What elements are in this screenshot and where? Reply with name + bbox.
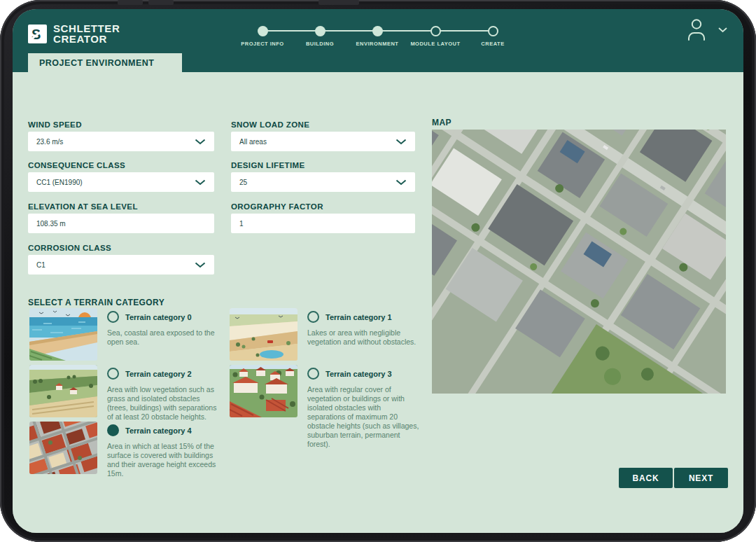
logo-line2: CREATOR [53, 34, 120, 44]
terrain-option-3: Terrain category 3 Area with regular cov… [230, 365, 430, 419]
terrain-1-open-plain-image [230, 308, 298, 361]
terrain-option-label: Terrain category 4 [125, 426, 192, 435]
radio-unselected-icon[interactable] [107, 311, 119, 323]
main-content: WIND SPEED 23.6 m/s CONSEQUENCE CLASS CC… [13, 72, 743, 533]
tablet-button [118, 0, 143, 5]
field-snow-load-zone: SNOW LOAD ZONE All areas [231, 120, 415, 151]
terrain-section-title: SELECT A TERRAIN CATEGORY [28, 298, 164, 307]
orography-factor-input[interactable]: 1 [231, 214, 415, 233]
radio-unselected-icon[interactable] [307, 368, 319, 380]
field-value: 1 [239, 220, 407, 228]
step-label: PROJECT INFO [234, 41, 290, 47]
schletter-logo-icon: S [28, 25, 47, 43]
terrain-option-4: Terrain category 4 Area in which at leas… [29, 422, 230, 476]
back-button-label: BACK [633, 473, 659, 483]
app-header: S SCHLETTER CREATOR PROJECT INFO [13, 9, 743, 72]
logo-line1: SCHLETTER [53, 23, 120, 34]
step-create[interactable]: CREATE [465, 9, 521, 47]
terrain-option-label: Terrain category 3 [326, 370, 392, 378]
terrain-1-radio-row[interactable]: Terrain category 1 [307, 311, 419, 323]
step-building[interactable]: BUILDING [292, 9, 348, 47]
step-label: ENVIRONMENT [349, 41, 405, 47]
terrain-option-0: Terrain category 0 Sea, coastal area exp… [29, 308, 230, 363]
step-label: CREATE [465, 41, 521, 47]
tablet-button [318, 0, 359, 5]
terrain-option-label: Terrain category 0 [125, 313, 192, 321]
chevron-down-icon [718, 27, 727, 33]
field-elevation: ELEVATION AT SEA LEVEL 108.35 m [28, 202, 214, 233]
step-project-info[interactable]: PROJECT INFO [234, 9, 290, 47]
chevron-down-icon [396, 139, 407, 145]
step-dot [258, 26, 268, 36]
field-value: CC1 (EN1990) [36, 179, 195, 186]
terrain-option-2: Terrain category 2 Area with low vegetat… [29, 365, 230, 419]
terrain-2-farmland-image [29, 365, 97, 417]
field-design-lifetime: DESIGN LIFETIME 25 [231, 161, 415, 192]
chevron-down-icon [195, 139, 206, 145]
snow-load-zone-select[interactable]: All areas [231, 132, 415, 151]
terrain-option-1: Terrain category 1 Lakes or area with ne… [230, 308, 430, 363]
next-button-label: NEXT [689, 473, 713, 483]
field-value: C1 [36, 261, 195, 269]
app-screen: S SCHLETTER CREATOR PROJECT INFO [13, 9, 743, 533]
terrain-3-village-image [230, 365, 298, 417]
field-corrosion-class: CORROSION CLASS C1 [28, 244, 214, 275]
map-section-title: MAP [432, 118, 451, 127]
step-dot [488, 26, 498, 36]
terrain-0-radio-row[interactable]: Terrain category 0 [107, 311, 219, 323]
design-lifetime-select[interactable]: 25 [231, 172, 415, 192]
tab-project-environment[interactable]: PROJECT ENVIRONMENT [28, 53, 182, 72]
terrain-option-description: Lakes or area with negligible vegetation… [307, 328, 419, 347]
terrain-option-description: Area with regular cover of vegetation or… [307, 385, 419, 449]
field-label: ELEVATION AT SEA LEVEL [28, 202, 214, 211]
terrain-option-description: Area with low vegetation such as grass a… [107, 385, 219, 422]
tab-title: PROJECT ENVIRONMENT [39, 58, 154, 68]
terrain-option-label: Terrain category 2 [125, 370, 192, 378]
terrain-2-radio-row[interactable]: Terrain category 2 [107, 368, 219, 380]
field-label: SNOW LOAD ZONE [231, 120, 415, 129]
back-button[interactable]: BACK [619, 468, 673, 488]
field-value: All areas [239, 138, 396, 146]
tablet-button [148, 0, 174, 5]
step-dot [430, 26, 441, 36]
step-module-layout[interactable]: MODULE LAYOUT [407, 9, 463, 47]
terrain-option-label: Terrain category 1 [326, 313, 392, 321]
field-label: DESIGN LIFETIME [231, 161, 415, 169]
field-consequence-class: CONSEQUENCE CLASS CC1 (EN1990) [28, 161, 214, 192]
field-label: WIND SPEED [28, 120, 214, 129]
terrain-4-radio-row[interactable]: Terrain category 4 [107, 424, 219, 436]
elevation-input[interactable]: 108.35 m [28, 214, 214, 233]
tablet-frame: S SCHLETTER CREATOR PROJECT INFO [0, 0, 756, 542]
schletter-logo: S SCHLETTER CREATOR [28, 23, 120, 44]
radio-unselected-icon[interactable] [107, 368, 119, 380]
step-label: MODULE LAYOUT [407, 41, 463, 47]
radio-unselected-icon[interactable] [307, 311, 319, 323]
field-wind-speed: WIND SPEED 23.6 m/s [28, 120, 214, 151]
step-environment[interactable]: ENVIRONMENT [349, 9, 405, 47]
wind-speed-select[interactable]: 23.6 m/s [28, 132, 214, 151]
terrain-4-dense-city-image [29, 422, 97, 474]
terrain-0-coastal-image [29, 308, 97, 361]
radio-selected-icon[interactable] [107, 424, 119, 436]
chevron-down-icon [195, 179, 206, 186]
step-dot [372, 26, 383, 36]
field-value: 23.6 m/s [36, 138, 195, 146]
satellite-map[interactable] [432, 130, 726, 394]
terrain-option-description: Sea, coastal area exposed to the open se… [107, 328, 219, 347]
field-value: 108.35 m [36, 220, 206, 228]
chevron-down-icon [195, 262, 206, 268]
chevron-down-icon [396, 179, 407, 186]
user-icon [686, 18, 707, 41]
next-button[interactable]: NEXT [674, 468, 728, 488]
page-background: S SCHLETTER CREATOR PROJECT INFO [0, 0, 756, 542]
user-menu[interactable] [686, 18, 727, 41]
consequence-class-select[interactable]: CC1 (EN1990) [28, 172, 214, 192]
field-label: CONSEQUENCE CLASS [28, 161, 214, 169]
field-value: 25 [239, 179, 396, 186]
terrain-3-radio-row[interactable]: Terrain category 3 [307, 368, 419, 380]
terrain-option-description: Area in which at least 15% of the surfac… [107, 442, 219, 478]
step-dot [315, 26, 326, 36]
field-label: CORROSION CLASS [28, 244, 214, 252]
step-label: BUILDING [292, 41, 348, 47]
corrosion-class-select[interactable]: C1 [28, 255, 214, 275]
